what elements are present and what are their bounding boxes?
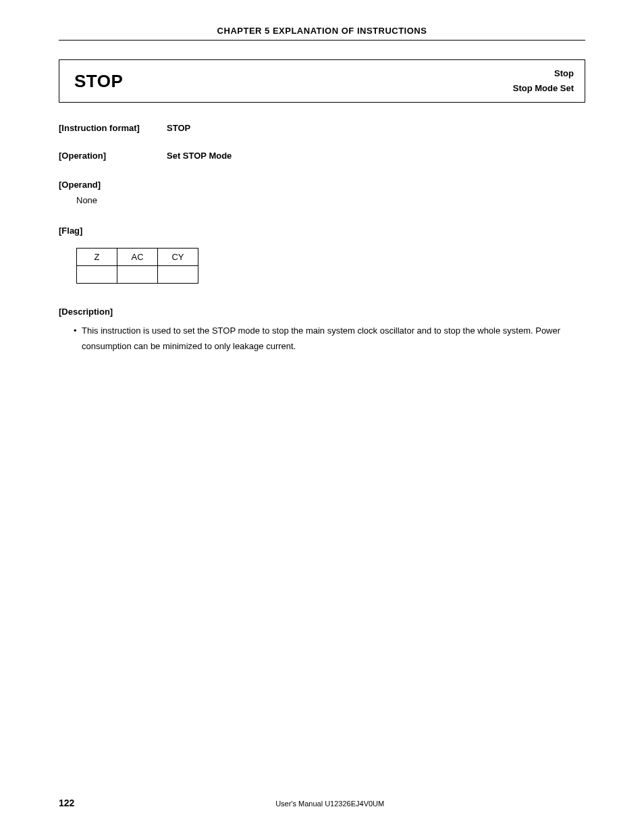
operand-block: [Operand] None — [59, 180, 585, 205]
instruction-box: STOP Stop Stop Mode Set — [59, 59, 585, 103]
flag-header-z: Z — [77, 249, 117, 266]
flag-table: Z AC CY — [76, 248, 198, 284]
page-number: 122 — [59, 798, 74, 808]
flag-table-value-row — [77, 266, 198, 284]
page-footer: 122 User's Manual U12326EJ4V0UM — [0, 798, 644, 808]
page: CHAPTER 5 EXPLANATION OF INSTRUCTIONS ST… — [0, 0, 644, 834]
chapter-header: CHAPTER 5 EXPLANATION OF INSTRUCTIONS — [59, 26, 585, 40]
operand-label: [Operand] — [59, 180, 585, 190]
flag-value-cy — [158, 266, 198, 284]
flag-label: [Flag] — [59, 226, 585, 236]
instruction-summary-line1: Stop — [513, 66, 574, 81]
instruction-format-row: [Instruction format] STOP — [59, 123, 585, 133]
operation-value: Set STOP Mode — [167, 151, 232, 161]
operation-row: [Operation] Set STOP Mode — [59, 151, 585, 161]
instruction-format-label: [Instruction format] — [59, 123, 167, 133]
description-bullet: This instruction is used to set the STOP… — [59, 323, 585, 355]
instruction-summary: Stop Stop Mode Set — [513, 66, 574, 96]
instruction-name: STOP — [74, 71, 123, 92]
flag-value-ac — [117, 266, 158, 284]
chapter-rule — [59, 40, 585, 41]
instruction-format-value: STOP — [167, 123, 190, 133]
description-label: [Description] — [59, 307, 585, 317]
operation-label: [Operation] — [59, 151, 167, 161]
operand-value: None — [59, 195, 585, 205]
flag-value-z — [77, 266, 117, 284]
flag-header-cy: CY — [158, 249, 198, 266]
flag-header-ac: AC — [117, 249, 158, 266]
flag-table-header-row: Z AC CY — [77, 249, 198, 266]
instruction-summary-line2: Stop Mode Set — [513, 81, 574, 96]
manual-id: User's Manual U12326EJ4V0UM — [74, 800, 585, 808]
